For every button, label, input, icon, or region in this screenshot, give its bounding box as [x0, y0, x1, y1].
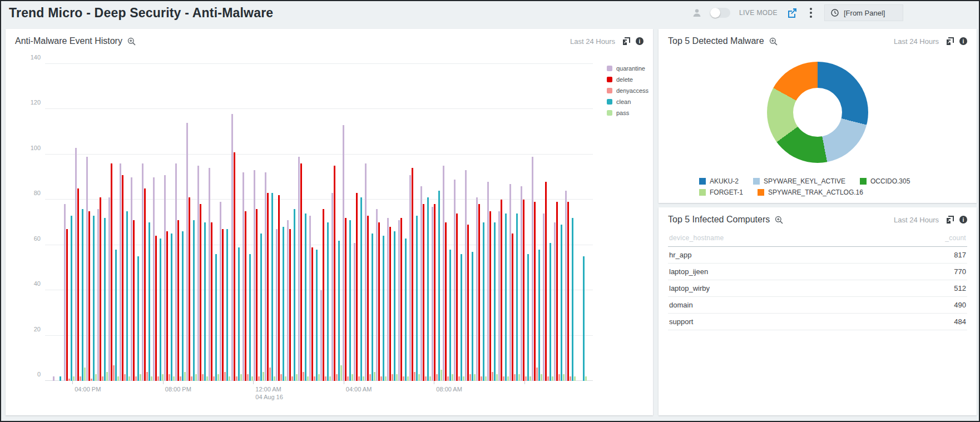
bar-group[interactable] — [521, 64, 531, 381]
bar-group[interactable] — [242, 64, 253, 381]
bar-quarantine — [565, 191, 567, 381]
open-in-new-icon[interactable] — [946, 216, 954, 224]
bar-group[interactable] — [97, 64, 108, 381]
bar-group[interactable] — [365, 64, 375, 381]
bar-group[interactable] — [432, 64, 442, 381]
bar-group[interactable] — [120, 64, 130, 381]
bar-group[interactable] — [298, 64, 309, 381]
open-in-new-icon[interactable] — [622, 37, 631, 46]
bar-group[interactable] — [175, 64, 186, 381]
legend-item[interactable]: delete — [607, 76, 649, 83]
info-icon[interactable]: i — [636, 37, 644, 45]
legend-item[interactable]: clean — [607, 98, 649, 105]
bar-group[interactable] — [576, 64, 587, 381]
legend-swatch — [699, 189, 706, 196]
bar-group[interactable] — [265, 64, 275, 381]
bar-group[interactable] — [254, 64, 264, 381]
bar-group[interactable] — [209, 64, 219, 381]
zoom-in-icon[interactable] — [127, 37, 136, 46]
bar-group[interactable] — [153, 64, 164, 381]
more-options-menu-icon[interactable] — [806, 7, 815, 19]
bar-group[interactable] — [320, 64, 331, 381]
zoom-in-icon[interactable] — [775, 216, 783, 224]
time-range-input[interactable]: [From Panel] — [824, 4, 903, 21]
bar-group[interactable] — [343, 64, 353, 381]
bar-group[interactable] — [131, 64, 141, 381]
table-row[interactable]: laptop_ijeen770 — [668, 264, 967, 280]
bar-group[interactable] — [164, 64, 175, 381]
bar-group[interactable] — [532, 64, 542, 381]
table-row[interactable]: domain490 — [668, 297, 967, 314]
legend-swatch — [607, 99, 612, 105]
bar-group[interactable] — [331, 64, 342, 381]
bar-group[interactable] — [108, 64, 119, 381]
bar-group[interactable] — [53, 64, 63, 381]
legend-item[interactable]: denyaccess — [607, 87, 649, 94]
live-mode-label: LIVE MODE — [739, 9, 778, 17]
bar-group[interactable] — [454, 64, 464, 381]
bar-group[interactable] — [287, 64, 298, 381]
bar-quarantine — [443, 166, 444, 381]
live-mode-toggle[interactable] — [710, 8, 730, 18]
bar-group[interactable] — [476, 64, 487, 381]
bar-group[interactable] — [543, 64, 553, 381]
bar-group[interactable] — [398, 64, 409, 381]
bar-quarantine — [387, 218, 389, 381]
bar-delete — [245, 211, 246, 381]
zoom-in-icon[interactable] — [769, 37, 778, 46]
bar-delete — [289, 229, 291, 381]
bar-group[interactable] — [443, 64, 453, 381]
bar-denyaccess — [280, 374, 282, 381]
bar-delete — [177, 220, 179, 381]
bar-group[interactable] — [186, 64, 197, 381]
cell-count: 512 — [954, 284, 966, 292]
bar-delete — [501, 200, 502, 381]
panel-header-actions: Last 24 Hours i — [894, 216, 967, 224]
bar-denyaccess — [146, 372, 148, 381]
bar-group[interactable] — [409, 64, 420, 381]
open-in-new-icon[interactable] — [946, 37, 954, 46]
share-icon[interactable] — [786, 7, 798, 18]
table-row[interactable]: hr_app817 — [668, 247, 967, 264]
bar-group[interactable] — [487, 64, 498, 381]
bar-group[interactable] — [354, 64, 364, 381]
info-icon[interactable]: i — [959, 37, 967, 45]
legend-item[interactable]: SPYWARE_KEYL_ACTIVE — [753, 177, 845, 185]
bar-group[interactable] — [376, 64, 387, 381]
legend-item[interactable]: quarantine — [607, 65, 649, 72]
bar-group[interactable] — [554, 64, 565, 381]
legend-item[interactable]: AKUKU-2 — [699, 177, 739, 185]
bar-group[interactable] — [197, 64, 208, 381]
bar-group[interactable] — [565, 64, 576, 381]
bar-group[interactable] — [276, 64, 286, 381]
bar-denyaccess — [247, 374, 249, 381]
bar-group[interactable] — [465, 64, 476, 381]
table-row[interactable]: laptop_wirby512 — [668, 280, 967, 297]
bar-group[interactable] — [420, 64, 431, 381]
bar-denyaccess — [547, 376, 549, 381]
legend-swatch — [607, 66, 612, 71]
legend-item[interactable]: pass — [607, 110, 649, 116]
bar-clean — [394, 231, 395, 381]
bar-group[interactable] — [220, 64, 230, 381]
bar-group[interactable] — [75, 64, 86, 381]
bar-group[interactable] — [86, 64, 97, 381]
bar-group[interactable] — [231, 64, 242, 381]
top-malware-donut-chart[interactable] — [767, 62, 868, 163]
bar-delete — [77, 188, 79, 381]
bar-group[interactable] — [64, 64, 75, 381]
bar-denyaccess — [492, 372, 493, 381]
legend-item[interactable]: OCCIDO.305 — [860, 177, 910, 185]
bar-clean — [82, 209, 83, 381]
legend-item[interactable]: SPYWARE_TRAK_ACTLOG.16 — [758, 188, 863, 196]
bar-group[interactable] — [142, 64, 152, 381]
bar-group[interactable] — [498, 64, 509, 381]
bar-group[interactable] — [309, 64, 320, 381]
x-tick-mark — [524, 381, 525, 384]
bar-group[interactable] — [509, 64, 520, 381]
table-row[interactable]: support484 — [668, 314, 967, 330]
info-icon[interactable]: i — [959, 216, 967, 224]
legend-item[interactable]: FORGET-1 — [699, 188, 743, 196]
user-icon — [692, 8, 701, 17]
bar-group[interactable] — [387, 64, 398, 381]
